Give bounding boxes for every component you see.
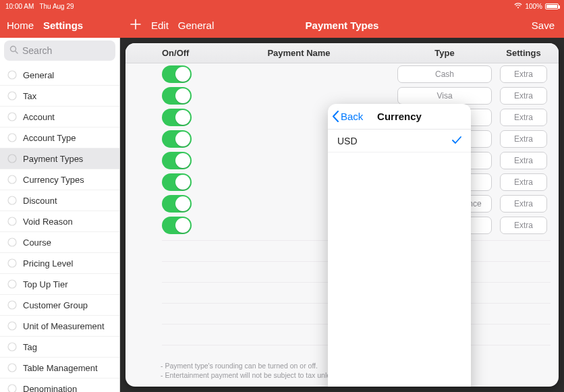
- toggle-switch[interactable]: [162, 152, 192, 169]
- svg-point-6: [8, 155, 16, 163]
- sidebar-item-label: Unit of Measurement: [23, 321, 105, 331]
- sidebar-item-label: Tag: [23, 342, 37, 352]
- sidebar-item-payment-types[interactable]: Payment Types: [0, 148, 119, 169]
- currency-item-usd[interactable]: USD: [328, 130, 471, 152]
- sidebar-item-account-type[interactable]: Account Type: [0, 128, 119, 148]
- toggle-switch[interactable]: [162, 109, 192, 126]
- sidebar-item-icon: [7, 383, 18, 392]
- sidebar-item-void-reason[interactable]: Void Reason: [0, 211, 119, 232]
- sidebar-item-denomination[interactable]: Denomination: [0, 379, 119, 392]
- svg-point-12: [8, 280, 16, 288]
- table-row: CashExtra: [125, 63, 559, 85]
- toggle-switch[interactable]: [162, 130, 192, 148]
- sidebar-item-label: Customer Group: [23, 300, 88, 310]
- sidebar-menu: GeneralTaxAccountAccount TypePayment Typ…: [0, 65, 119, 392]
- sidebar-item-icon: [7, 174, 18, 185]
- save-button[interactable]: Save: [532, 20, 564, 31]
- sidebar-item-tag[interactable]: Tag: [0, 337, 119, 358]
- sidebar-item-icon: [7, 90, 18, 101]
- extra-button[interactable]: Extra: [500, 195, 547, 213]
- extra-button[interactable]: Extra: [500, 109, 547, 126]
- svg-point-8: [8, 196, 16, 204]
- type-button[interactable]: Visa: [397, 87, 492, 105]
- panel: On/Off Payment Name Type Settings CashEx…: [125, 43, 559, 387]
- sidebar-item-customer-group[interactable]: Customer Group: [0, 295, 119, 316]
- col-name: Payment Name: [204, 48, 394, 58]
- battery-percent: 100%: [525, 3, 542, 10]
- page-title: Payment Types: [306, 20, 379, 31]
- col-onoff: On/Off: [162, 48, 204, 58]
- sidebar-item-label: Currency Types: [23, 175, 84, 185]
- extra-button[interactable]: Extra: [500, 152, 547, 169]
- popover-header: Back Currency: [328, 104, 471, 130]
- sidebar-item-top-up-tier[interactable]: Top Up Tier: [0, 274, 119, 295]
- sidebar-item-label: Top Up Tier: [23, 279, 67, 289]
- sidebar-item-icon: [7, 237, 18, 248]
- search-input[interactable]: Search: [4, 40, 115, 61]
- toggle-switch[interactable]: [162, 65, 192, 83]
- svg-point-3: [8, 92, 16, 100]
- status-date: Thu Aug 29: [39, 3, 74, 10]
- general-button[interactable]: General: [178, 20, 214, 31]
- sidebar-item-tax[interactable]: Tax: [0, 86, 119, 107]
- svg-point-17: [8, 385, 16, 392]
- sidebar-item-label: Table Management: [23, 363, 98, 373]
- extra-button[interactable]: Extra: [500, 217, 547, 234]
- svg-point-7: [8, 175, 16, 184]
- svg-point-16: [8, 364, 16, 372]
- toggle-switch[interactable]: [162, 195, 192, 213]
- sidebar-item-icon: [7, 153, 18, 164]
- sidebar-item-label: Account Type: [23, 133, 76, 143]
- sidebar-item-table-management[interactable]: Table Management: [0, 358, 119, 379]
- settings-title: Settings: [43, 20, 83, 31]
- sidebar-item-icon: [7, 341, 18, 352]
- extra-button[interactable]: Extra: [500, 65, 547, 83]
- sidebar-item-label: Tax: [23, 91, 36, 101]
- sidebar-item-discount[interactable]: Discount: [0, 190, 119, 211]
- svg-point-13: [8, 301, 16, 309]
- sidebar: Search GeneralTaxAccountAccount TypePaym…: [0, 38, 120, 392]
- extra-button[interactable]: Extra: [500, 173, 547, 191]
- content-nav: Edit General Payment Types Save: [120, 12, 564, 38]
- status-bar: 10:00 AM Thu Aug 29 100%: [0, 0, 564, 12]
- add-button[interactable]: [130, 18, 142, 32]
- extra-button[interactable]: Extra: [500, 87, 547, 105]
- sidebar-item-icon: [7, 111, 18, 122]
- sidebar-item-general[interactable]: General: [0, 65, 119, 86]
- back-button[interactable]: Back: [328, 111, 363, 122]
- status-time: 10:00 AM: [5, 3, 34, 10]
- sidebar-item-icon: [7, 195, 18, 206]
- sidebar-item-label: Void Reason: [23, 217, 73, 227]
- sidebar-item-label: Account: [23, 112, 55, 122]
- status-right: 100%: [514, 3, 559, 10]
- sidebar-item-icon: [7, 320, 18, 331]
- sidebar-item-pricing-level[interactable]: Pricing Level: [0, 253, 119, 274]
- col-settings: Settings: [495, 48, 552, 58]
- svg-point-15: [8, 343, 16, 351]
- sidebar-item-account[interactable]: Account: [0, 107, 119, 128]
- sidebar-item-label: Course: [23, 237, 51, 248]
- home-button[interactable]: Home: [7, 20, 34, 31]
- toggle-switch[interactable]: [162, 217, 192, 234]
- edit-button[interactable]: Edit: [151, 20, 169, 31]
- toggle-switch[interactable]: [162, 87, 192, 105]
- extra-button[interactable]: Extra: [500, 130, 547, 148]
- type-button[interactable]: Cash: [397, 65, 492, 83]
- sidebar-item-icon: [7, 216, 18, 227]
- sidebar-item-label: General: [23, 70, 54, 80]
- sidebar-item-currency-types[interactable]: Currency Types: [0, 169, 119, 190]
- svg-point-11: [8, 259, 16, 267]
- sidebar-item-label: Discount: [23, 196, 57, 206]
- check-icon: [452, 135, 461, 147]
- toggle-switch[interactable]: [162, 173, 192, 191]
- search-icon: [9, 45, 18, 56]
- sidebar-item-icon: [7, 258, 18, 269]
- sidebar-item-unit-of-measurement[interactable]: Unit of Measurement: [0, 316, 119, 337]
- sidebar-item-icon: [7, 132, 18, 143]
- popover-title: Currency: [377, 111, 422, 122]
- svg-point-10: [8, 238, 16, 246]
- battery-icon: [545, 3, 559, 9]
- svg-point-4: [8, 113, 16, 121]
- sidebar-item-course[interactable]: Course: [0, 232, 119, 253]
- svg-point-5: [8, 134, 16, 142]
